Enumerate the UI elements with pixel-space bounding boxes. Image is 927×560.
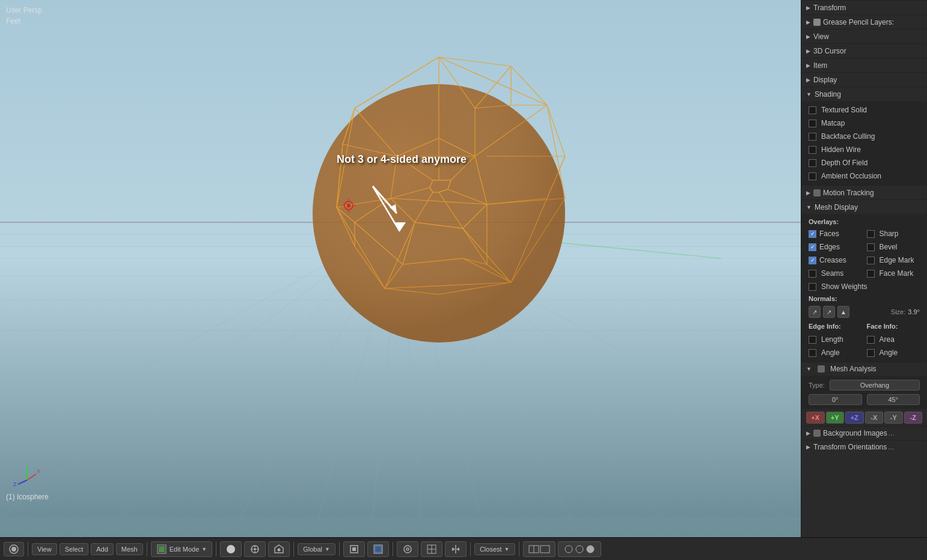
solid-shading-btn[interactable] xyxy=(220,541,242,557)
vertex-normal-btn[interactable]: ↗ xyxy=(809,306,821,318)
sharp-row[interactable]: Sharp xyxy=(864,227,923,240)
svg-marker-26 xyxy=(337,57,565,288)
axis-minus-y-btn[interactable]: -Y xyxy=(884,412,903,424)
area-label: Area xyxy=(880,335,895,344)
svg-rect-91 xyxy=(159,546,165,552)
face-normal-btn[interactable]: ▲ xyxy=(837,306,849,318)
mode-selector[interactable]: Edit Mode ▼ xyxy=(151,541,212,557)
show-weights-row[interactable]: Show Weights xyxy=(801,280,927,293)
faces-checkbox[interactable] xyxy=(809,230,816,238)
transform-btn-1[interactable] xyxy=(343,541,365,557)
length-row[interactable]: Length xyxy=(806,333,864,346)
ambient-occlusion-row[interactable]: Ambient Occlusion xyxy=(801,169,927,183)
pivot-btn[interactable] xyxy=(244,541,266,557)
svg-point-25 xyxy=(313,84,565,342)
add-menu[interactable]: Add xyxy=(91,543,114,555)
backface-culling-checkbox[interactable] xyxy=(809,133,816,141)
mirror-btn[interactable] xyxy=(445,541,467,557)
panel-grease-pencil[interactable]: Grease Pencil Layers: xyxy=(801,14,927,29)
axis-plus-z-btn[interactable]: +Z xyxy=(845,412,864,424)
edge-mark-row[interactable]: Edge Mark xyxy=(864,254,923,267)
3d-viewport[interactable]: User Persp Feet Not 3 or 4-sided anymore… xyxy=(0,0,801,537)
edge-angle-checkbox[interactable] xyxy=(809,349,816,357)
hidden-wire-checkbox[interactable] xyxy=(809,146,816,154)
panel-shading[interactable]: Shading xyxy=(801,87,927,101)
loop-cut-btn[interactable] xyxy=(523,541,555,557)
add-menu-label: Add xyxy=(96,546,108,553)
engine-button[interactable] xyxy=(4,542,24,556)
sculpt-btn[interactable] xyxy=(558,541,601,557)
normals-size-value[interactable]: 3.9° xyxy=(908,308,920,315)
edge-angle-row[interactable]: Angle xyxy=(806,346,864,359)
face-mark-row[interactable]: Face Mark xyxy=(864,267,923,280)
backface-culling-row[interactable]: Backface Culling xyxy=(801,130,927,143)
closest-btn[interactable]: Closest ▼ xyxy=(474,543,515,555)
axis-plus-x-btn[interactable]: +X xyxy=(806,412,825,424)
seams-row[interactable]: Seams xyxy=(806,267,864,280)
edge-mark-checkbox[interactable] xyxy=(867,257,875,264)
seams-checkbox[interactable] xyxy=(809,270,816,278)
axis-minus-z-btn[interactable]: -Z xyxy=(904,412,923,424)
svg-rect-115 xyxy=(540,546,549,553)
svg-point-116 xyxy=(565,546,572,553)
svg-line-82 xyxy=(27,474,36,480)
panel-display[interactable]: Display xyxy=(801,72,927,87)
face-mark-checkbox[interactable] xyxy=(867,270,875,278)
face-angle-checkbox[interactable] xyxy=(867,349,875,357)
bevel-row[interactable]: Bevel xyxy=(864,240,923,254)
panel-transform[interactable]: Transform xyxy=(801,0,927,14)
panel-transform-orientations[interactable]: Transform Orientations ... xyxy=(801,440,927,454)
view-menu[interactable]: View xyxy=(32,543,57,555)
sharp-checkbox[interactable] xyxy=(867,230,875,238)
creases-row[interactable]: Creases xyxy=(806,254,864,267)
axis-minus-x-btn[interactable]: -X xyxy=(865,412,884,424)
sharp-label: Sharp xyxy=(880,230,899,238)
panel-3d-cursor[interactable]: 3D Cursor xyxy=(801,43,927,58)
textured-solid-row[interactable]: Textured Solid xyxy=(801,103,927,117)
face-angle-row[interactable]: Angle xyxy=(864,346,923,359)
panel-mesh-analysis[interactable]: Mesh Analysis xyxy=(801,362,927,376)
hidden-wire-row[interactable]: Hidden Wire xyxy=(801,143,927,156)
range-max[interactable]: 45° xyxy=(867,394,920,405)
bevel-checkbox[interactable] xyxy=(867,243,875,251)
mesh-menu[interactable]: Mesh xyxy=(116,543,143,555)
select-menu[interactable]: Select xyxy=(60,543,89,555)
textured-solid-checkbox[interactable] xyxy=(809,106,816,114)
panel-mesh-display[interactable]: Mesh Display xyxy=(801,199,927,214)
svg-line-16 xyxy=(400,222,421,517)
svg-line-52 xyxy=(475,105,511,108)
face-corner-normal-btn[interactable]: ↗ xyxy=(823,306,835,318)
panel-view[interactable]: View xyxy=(801,29,927,43)
range-min[interactable]: 0° xyxy=(809,394,862,405)
panel-item[interactable]: Item xyxy=(801,58,927,72)
axis-plus-y-btn[interactable]: +Y xyxy=(826,412,845,424)
type-value[interactable]: Overhang xyxy=(830,380,920,391)
matcap-checkbox[interactable] xyxy=(809,120,816,127)
faces-row[interactable]: Faces xyxy=(806,227,864,240)
snap-tools-btn[interactable] xyxy=(421,541,442,557)
snap-btn[interactable] xyxy=(268,541,290,557)
area-row[interactable]: Area xyxy=(864,333,923,346)
transform-btn-2[interactable] xyxy=(367,541,389,557)
creases-checkbox[interactable] xyxy=(809,257,816,264)
depth-of-field-checkbox[interactable] xyxy=(809,159,816,167)
viewport-perspective-label: User Persp xyxy=(6,6,42,14)
svg-line-33 xyxy=(337,198,391,207)
sculpt-icon xyxy=(563,544,596,555)
svg-point-92 xyxy=(227,545,235,553)
edges-row[interactable]: Edges xyxy=(806,240,864,254)
panel-background-images[interactable]: Background Images ... xyxy=(801,426,927,440)
area-checkbox[interactable] xyxy=(867,336,875,344)
snap-icon xyxy=(274,544,284,555)
ambient-occlusion-checkbox[interactable] xyxy=(809,172,816,180)
shading-label: Shading xyxy=(815,90,841,99)
proportional-btn[interactable] xyxy=(397,541,418,557)
matcap-row[interactable]: Matcap xyxy=(801,117,927,130)
edges-checkbox[interactable] xyxy=(809,243,816,251)
global-btn[interactable]: Global ▼ xyxy=(298,543,335,555)
length-checkbox[interactable] xyxy=(809,336,816,344)
depth-of-field-row[interactable]: Depth Of Field xyxy=(801,156,927,169)
svg-line-48 xyxy=(475,66,511,108)
show-weights-checkbox[interactable] xyxy=(809,283,816,291)
panel-motion-tracking[interactable]: Motion Tracking xyxy=(801,185,927,199)
